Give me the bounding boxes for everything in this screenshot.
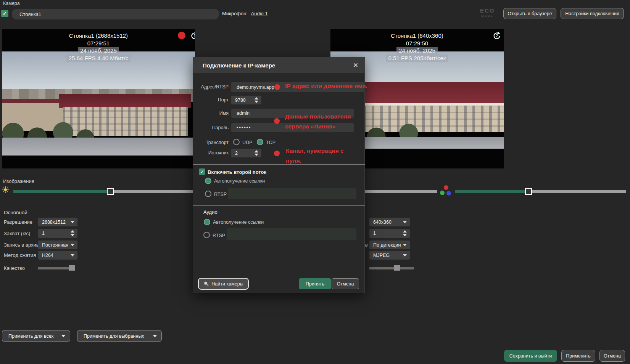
stepper-up-icon[interactable]	[71, 230, 74, 233]
audio-autolink-label: Автополучение ссылки	[213, 220, 264, 225]
capture-fps-stepper[interactable]: 1	[38, 229, 77, 238]
svg-text:2: 2	[496, 34, 498, 38]
quality-slider-handle[interactable]	[69, 265, 75, 271]
stepper-down-icon[interactable]	[71, 234, 74, 236]
color-slider-handle[interactable]	[525, 188, 532, 195]
chevron-down-icon	[403, 254, 407, 257]
brightness-slider-handle[interactable]	[107, 188, 114, 195]
building-roof-layer	[59, 94, 191, 108]
codec-select-right[interactable]: MJPEG	[369, 251, 410, 260]
second-stream-autolink-radio[interactable]	[205, 178, 211, 184]
open-in-browser-button[interactable]: Открыть в браузере	[503, 8, 556, 19]
chevron-down-icon	[71, 244, 74, 246]
codec-select[interactable]: H264	[38, 251, 77, 260]
chevron-down-icon	[71, 221, 74, 223]
archive-record-label: Запись в архив	[4, 242, 39, 248]
rgb-green-dot	[440, 191, 445, 195]
annotation-source-line1: Канал, нумерация с	[286, 148, 344, 154]
udp-radio[interactable]	[233, 139, 240, 145]
brightness-slider-fill	[13, 190, 110, 193]
second-stream-checkbox[interactable]: ✓	[199, 168, 205, 175]
resolution-select-right[interactable]: 640x360	[369, 218, 410, 226]
find-cameras-button[interactable]: Найти камеры	[198, 278, 249, 290]
camera-preview-main[interactable]: Стоянка1 (2688x1512) 07:29:51 24 нояб. 2…	[2, 29, 195, 168]
camera-section-label: Камера	[3, 1, 20, 6]
save-and-exit-button[interactable]: Сохранить и выйти	[504, 350, 557, 362]
stepper-up-icon[interactable]	[255, 150, 258, 152]
app-window: Камера ✓ Микрофон: Audio 1 ECO MODE Откр…	[0, 0, 630, 364]
tcp-radio-label: TCP	[266, 140, 276, 145]
quality-label: Качество	[4, 265, 25, 271]
stepper-up-icon[interactable]	[255, 97, 258, 99]
annotation-source-line2: нуля.	[286, 157, 301, 164]
connection-settings-button[interactable]: Настройки подключения	[561, 8, 624, 19]
audio-rtsp-radio[interactable]	[203, 232, 210, 238]
chevron-down-icon	[61, 335, 65, 337]
rgb-red-dot	[444, 185, 448, 190]
stepper-down-icon[interactable]	[403, 234, 407, 236]
address-label: Адрес/RTSP	[193, 84, 229, 90]
checkmark-icon: ✓	[200, 169, 204, 175]
port-stepper[interactable]: 9780	[231, 96, 261, 104]
cancel-button[interactable]: Отмена	[599, 350, 625, 362]
osd-date: 24 нояб. 2025	[396, 47, 438, 55]
dialog-titlebar[interactable]: Подключение к IP-камере ✕	[193, 58, 364, 73]
main-section-title: Основной	[4, 210, 27, 215]
rotate-camera-2-icon[interactable]: 2	[492, 31, 502, 42]
chevron-down-icon	[403, 244, 407, 246]
annotation-dot-address	[274, 84, 280, 90]
annotation-address: IP адрес или доменное имя.	[285, 83, 367, 90]
archive-record-select[interactable]: Постоянная	[38, 241, 77, 249]
dialog-cancel-button[interactable]: Отмена	[332, 278, 359, 289]
camera-enabled-checkbox[interactable]: ✓	[1, 10, 8, 17]
codec-label: Метод сжатия	[4, 252, 36, 258]
second-stream-rtsp-label: RTSP	[214, 192, 227, 197]
udp-radio-label: UDP	[242, 140, 252, 145]
capture-fps-stepper-right[interactable]: 1	[369, 229, 410, 238]
microphone-label: Микрофон:	[222, 11, 248, 16]
source-label: Источник	[193, 150, 229, 156]
audio-rtsp-input[interactable]	[227, 228, 356, 240]
eco-logo-bottom: MODE	[480, 13, 495, 19]
camera-osd-main: Стоянка1 (2688x1512) 07:29:51 24 нояб. 2…	[2, 32, 195, 62]
capture-fps-label: Захват (к/с)	[4, 231, 30, 236]
stepper-up-icon[interactable]	[403, 230, 407, 233]
second-stream-rtsp-input[interactable]	[228, 188, 356, 199]
user-label: Имя	[193, 111, 229, 116]
accept-button[interactable]: Принять	[299, 278, 331, 289]
port-label: Порт	[193, 97, 229, 103]
quality-slider-track-right[interactable]	[369, 267, 414, 269]
apply-all-button[interactable]: Применить для всех	[2, 330, 70, 342]
stepper-down-icon[interactable]	[255, 154, 258, 156]
password-label: Пароль	[193, 125, 229, 130]
osd-title: Стоянка1 (2688x1512)	[2, 32, 195, 40]
audio-section-title: Аудио	[203, 209, 218, 215]
quality-slider-handle-right[interactable]	[394, 265, 400, 271]
camera-name-input[interactable]	[12, 9, 219, 19]
second-stream-label: Включить второй поток	[208, 169, 266, 175]
osd-time: 07:29:50	[330, 40, 504, 47]
microphone-row: Микрофон: Audio 1	[222, 11, 268, 16]
stepper-down-icon[interactable]	[255, 101, 258, 103]
rgb-blue-dot	[446, 191, 451, 196]
road-layer	[2, 138, 195, 156]
osd-date: 24 нояб. 2025	[78, 47, 119, 55]
apply-button[interactable]: Применить	[561, 350, 595, 362]
microphone-link[interactable]: Audio 1	[251, 11, 268, 16]
osd-stats: 0.51 FPS 205Кбит/сек	[386, 55, 448, 62]
osd-stats: 25.64 FPS 4.40 Мбит/с	[66, 55, 131, 62]
dialog-title: Подключение к IP-камере	[203, 62, 275, 69]
brightness-sun-icon: ☀	[1, 185, 10, 195]
audio-autolink-radio[interactable]	[204, 219, 210, 225]
osd-time: 07:29:51	[2, 40, 195, 47]
source-stepper[interactable]: 2	[231, 149, 261, 157]
apply-selected-button[interactable]: Применить для выбранных	[77, 330, 162, 342]
close-icon[interactable]: ✕	[353, 61, 358, 69]
second-stream-rtsp-radio[interactable]	[205, 191, 211, 197]
resolution-select[interactable]: 2688x1512	[38, 218, 77, 226]
tcp-radio[interactable]	[257, 139, 263, 145]
rotate-camera-1-icon[interactable]: 1	[190, 31, 195, 42]
chevron-down-icon	[403, 221, 407, 223]
audio-rtsp-label: RTSP	[213, 233, 225, 238]
archive-record-select-right[interactable]: По детекции	[369, 241, 410, 249]
